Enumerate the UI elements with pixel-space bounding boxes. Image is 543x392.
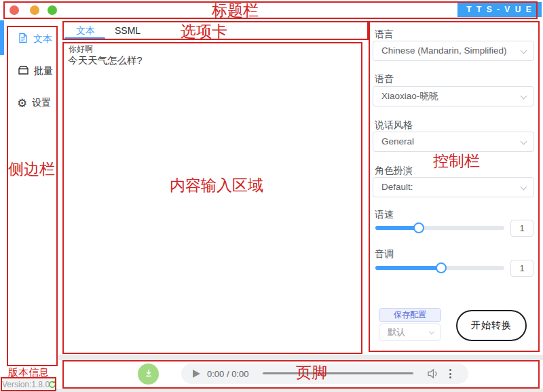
annotation-label-sidebar: 侧边栏 xyxy=(8,161,55,178)
language-select[interactable]: Chinese (Mandarin, Simplified) xyxy=(373,41,534,61)
annotation-label-controls: 控制栏 xyxy=(433,153,480,170)
language-select-value: Chinese (Mandarin, Simplified) xyxy=(381,45,507,56)
voice-select[interactable]: Xiaoxiao-晓晓 xyxy=(373,86,534,106)
sidebar-item-label: 文本 xyxy=(33,33,52,45)
play-icon[interactable] xyxy=(193,370,200,378)
pitch-slider-fill xyxy=(375,266,441,270)
sidebar-item-text[interactable]: 文本 xyxy=(18,33,52,45)
app-window: T T S - V U E 文本 批量 ⚙ 设置 文本 SSML 你好啊 今天天… xyxy=(0,0,543,392)
start-convert-button[interactable]: 开始转换 xyxy=(456,310,527,341)
player-time: 0:00 / 0:00 xyxy=(207,369,248,379)
zoom-icon[interactable] xyxy=(48,5,57,15)
download-button[interactable] xyxy=(138,364,159,385)
refresh-icon[interactable] xyxy=(48,379,56,391)
footer-gap-strip xyxy=(58,355,543,360)
style-select-value: General xyxy=(381,136,414,146)
sidebar-item-batch[interactable]: 批量 xyxy=(18,65,53,77)
language-label: 语言 xyxy=(375,28,394,41)
sidebar-active-indicator xyxy=(0,20,4,55)
style-label: 说话风格 xyxy=(375,119,413,132)
pitch-value-input[interactable] xyxy=(510,260,533,277)
chevron-down-icon xyxy=(521,184,527,191)
download-icon xyxy=(144,368,153,380)
save-config-button[interactable]: 保存配置 xyxy=(379,308,441,322)
voice-label: 语音 xyxy=(375,73,394,85)
box-icon xyxy=(18,65,29,77)
role-select[interactable]: Default: xyxy=(373,177,534,197)
role-label: 角色扮演 xyxy=(375,165,413,177)
annotation-label-titlebar: 标题栏 xyxy=(212,2,259,19)
annotation-label-footer: 页脚 xyxy=(296,364,327,381)
version-text: Version:1.8.0 xyxy=(2,380,50,389)
preset-select-value: 默认 xyxy=(388,327,405,337)
minimize-icon[interactable] xyxy=(30,5,39,15)
editor-text-line[interactable]: 你好啊 xyxy=(69,43,93,55)
chevron-down-icon xyxy=(521,93,527,100)
gear-icon: ⚙ xyxy=(17,98,27,109)
player-progress-bar[interactable] xyxy=(263,372,413,374)
annotation-label-content: 内容输入区域 xyxy=(170,177,263,194)
voice-select-value: Xiaoxiao-晓晓 xyxy=(381,91,438,101)
tab-active-underline xyxy=(64,37,105,39)
pitch-slider-handle[interactable] xyxy=(436,262,447,273)
chevron-down-icon xyxy=(429,329,434,334)
volume-icon[interactable] xyxy=(427,368,440,382)
speed-slider-handle[interactable] xyxy=(413,222,424,233)
annotation-box-content xyxy=(62,42,362,354)
speed-label: 语速 xyxy=(375,209,394,221)
sidebar-item-label: 批量 xyxy=(34,65,53,77)
sidebar-item-settings[interactable]: ⚙ 设置 xyxy=(17,97,51,109)
speed-value-input[interactable] xyxy=(510,220,533,237)
editor-text-line[interactable]: 今天天气怎么样? xyxy=(68,54,143,67)
tab-ssml[interactable]: SSML xyxy=(115,25,141,36)
speed-slider-fill xyxy=(375,226,419,230)
tab-text[interactable]: 文本 xyxy=(76,25,95,37)
kebab-menu-icon[interactable] xyxy=(449,369,451,378)
role-select-value: Default: xyxy=(381,182,413,192)
chevron-down-icon xyxy=(521,47,527,54)
annotation-label-version: 版本信息 xyxy=(8,367,49,378)
app-logo: T T S - V U E xyxy=(457,2,542,17)
sidebar-item-label: 设置 xyxy=(32,97,51,109)
speed-slider[interactable] xyxy=(375,226,504,230)
annotation-label-tabs: 选项卡 xyxy=(181,23,227,40)
close-icon[interactable] xyxy=(10,5,19,15)
document-icon xyxy=(18,33,29,45)
chevron-down-icon xyxy=(521,138,527,145)
bottom-strip xyxy=(0,389,543,392)
pitch-label: 音调 xyxy=(375,248,394,260)
preset-select[interactable]: 默认 xyxy=(379,324,441,341)
style-select[interactable]: General xyxy=(373,132,534,152)
